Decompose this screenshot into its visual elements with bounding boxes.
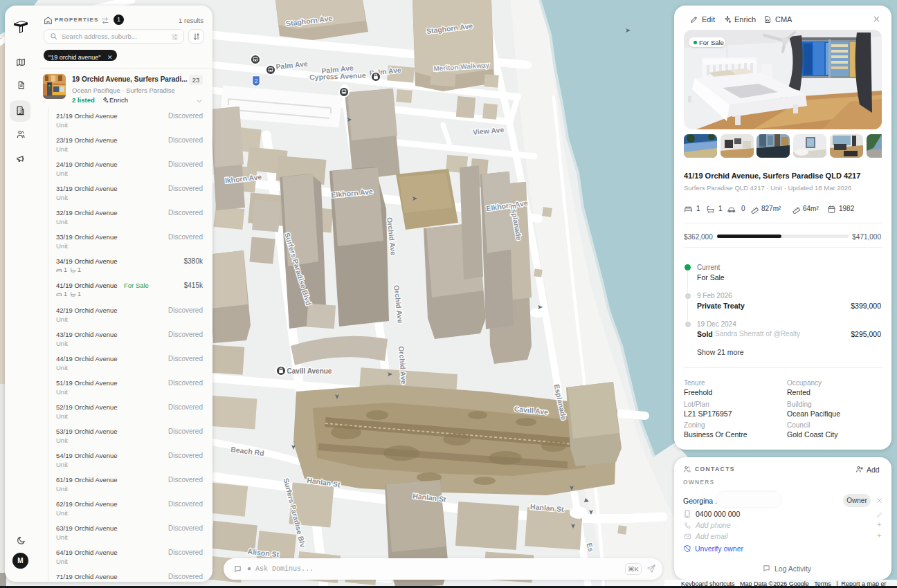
svg-text:Cavill Avenue: Cavill Avenue bbox=[287, 367, 332, 375]
svg-text:2: 2 bbox=[254, 77, 257, 84]
